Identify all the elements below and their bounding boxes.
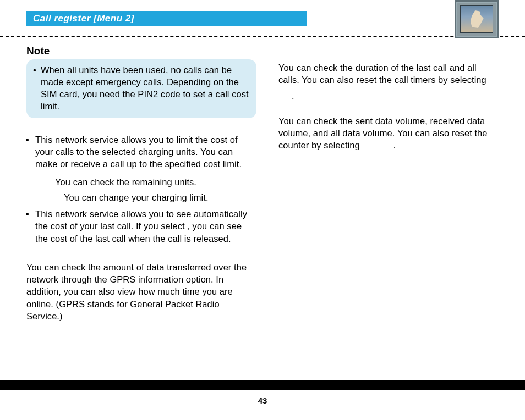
footer-black-band bbox=[0, 380, 525, 390]
note-block: Note • When all units have been used, no… bbox=[26, 44, 256, 118]
page-thumbnail-frame bbox=[455, 0, 499, 38]
left-column: Note • When all units have been used, no… bbox=[26, 44, 256, 322]
list-item-body: This network service allows you to limit… bbox=[35, 134, 256, 170]
paragraph-tail: . bbox=[393, 140, 396, 150]
feature-list: This network service allows you to limit… bbox=[26, 134, 256, 245]
list-item: This network service allows you to limit… bbox=[35, 134, 256, 203]
bullet-dot: • bbox=[33, 64, 41, 113]
page-header: Call register [Menu 2] bbox=[0, 0, 525, 40]
paragraph-text: You can check the duration of the last c… bbox=[278, 63, 486, 85]
list-subitem: You can check the remaining units. bbox=[35, 176, 256, 188]
right-column: You can check the duration of the last c… bbox=[278, 44, 499, 322]
paragraph-text: You can check the sent data volume, rece… bbox=[278, 116, 488, 151]
note-box: • When all units have been used, no call… bbox=[26, 59, 256, 118]
spacer bbox=[278, 105, 499, 115]
list-item-body: This network service allows you to see a… bbox=[35, 208, 256, 245]
note-text: When all units have been used, no calls … bbox=[41, 64, 250, 113]
note-bullet-row: • When all units have been used, no call… bbox=[33, 64, 250, 113]
note-heading: Note bbox=[26, 44, 256, 58]
paragraph-tail: . bbox=[278, 90, 499, 102]
thumbnail-figure-icon bbox=[469, 10, 484, 28]
gprs-paragraph: You can check the amount of data transfe… bbox=[26, 261, 256, 322]
page-number: 43 bbox=[0, 396, 525, 405]
header-dashed-rule bbox=[0, 36, 525, 37]
page-thumbnail-image bbox=[460, 5, 493, 33]
manual-page: Call register [Menu 2] Note • When all u… bbox=[0, 0, 525, 420]
list-item: This network service allows you to see a… bbox=[35, 208, 256, 245]
section-title-text: Call register [Menu 2] bbox=[33, 13, 134, 24]
section-title-bar: Call register [Menu 2] bbox=[26, 11, 307, 26]
list-subitem: You can change your charging limit. bbox=[35, 191, 256, 203]
data-volume-paragraph: You can check the sent data volume, rece… bbox=[278, 115, 499, 152]
duration-paragraph: You can check the duration of the last c… bbox=[278, 62, 499, 86]
content-columns: Note • When all units have been used, no… bbox=[26, 44, 499, 322]
